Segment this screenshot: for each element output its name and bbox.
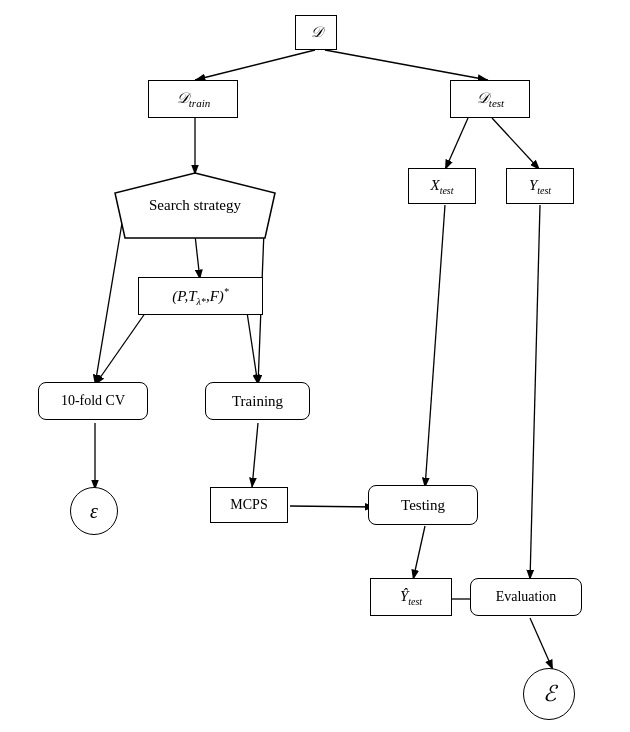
svg-line-10: [252, 423, 258, 488]
svg-line-2: [325, 50, 488, 80]
node-D-train: 𝒟train: [148, 80, 238, 118]
label-D-test: 𝒟test: [476, 90, 504, 109]
svg-line-5: [95, 205, 125, 385]
node-X-test: Xtest: [408, 168, 476, 204]
svg-line-4: [195, 235, 200, 280]
label-epsilon: ε: [90, 500, 98, 523]
label-mcps: MCPS: [230, 497, 267, 513]
node-Y-test: Ytest: [506, 168, 574, 204]
node-epsilon: ε: [70, 487, 118, 535]
label-cv: 10-fold CV: [61, 393, 125, 409]
svg-line-13: [492, 118, 540, 170]
label-opt-params: (P,Tλ*,F)*: [172, 286, 229, 307]
label-X-test: Xtest: [430, 177, 453, 196]
svg-line-1: [195, 50, 315, 80]
node-D: 𝒟: [295, 15, 337, 50]
node-testing: Testing: [368, 485, 478, 525]
node-opt-params: (P,Tλ*,F)*: [138, 277, 263, 315]
node-E-circle: ℰ: [523, 668, 575, 720]
label-D-train: 𝒟train: [176, 90, 210, 109]
node-Y-hat: Ŷtest: [370, 578, 452, 616]
label-Y-hat: Ŷtest: [400, 588, 422, 607]
node-cv: 10-fold CV: [38, 382, 148, 420]
diagram: 𝒟 𝒟train 𝒟test Search strategy (P,Tλ*,F)…: [0, 0, 630, 732]
node-training: Training: [205, 382, 310, 420]
svg-line-12: [445, 118, 468, 170]
svg-line-14: [425, 205, 445, 488]
svg-line-15: [530, 205, 540, 580]
label-E: ℰ: [543, 681, 556, 707]
label-D: 𝒟: [310, 24, 323, 41]
svg-line-11: [290, 506, 375, 507]
label-Y-test: Ytest: [529, 177, 551, 196]
node-evaluation: Evaluation: [470, 578, 582, 616]
node-mcps: MCPS: [210, 487, 288, 523]
label-evaluation: Evaluation: [496, 589, 557, 605]
arrows-svg: [0, 0, 630, 732]
label-testing: Testing: [401, 497, 445, 514]
label-training: Training: [232, 393, 283, 410]
svg-line-18: [530, 618, 553, 670]
node-D-test: 𝒟test: [450, 80, 530, 118]
svg-line-16: [413, 526, 425, 580]
